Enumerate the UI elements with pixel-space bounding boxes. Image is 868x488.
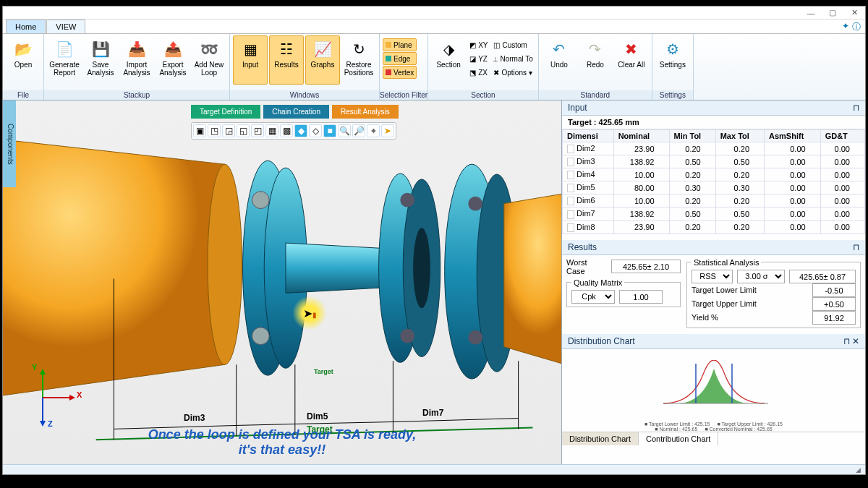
minimize-button[interactable]: —: [800, 9, 822, 17]
group-settings: Settings: [652, 90, 693, 100]
table-row[interactable]: Dim610.000.200.200.000.00: [563, 194, 865, 207]
section-xy[interactable]: ◩XY: [467, 38, 490, 51]
view-btn-2[interactable]: ◳: [208, 124, 221, 137]
table-row[interactable]: Dim823.900.200.200.000.00: [563, 221, 865, 234]
doc-icon: [567, 223, 574, 232]
section-button[interactable]: ⬗Section: [431, 35, 466, 85]
yield-value: 91.92: [812, 311, 856, 325]
input-panel: Input⊓ Target : 425.65 mm DimensiNominal…: [562, 100, 865, 234]
section-options[interactable]: ✖Options ▾: [491, 66, 535, 79]
zoom-fit-icon[interactable]: ⌖: [367, 124, 380, 137]
quality-metric-select[interactable]: Cpk: [571, 290, 615, 304]
sigma-select[interactable]: 3.00 σ: [737, 270, 785, 283]
input-panel-pin-icon[interactable]: ⊓: [853, 103, 859, 113]
view-btn-5[interactable]: ◰: [251, 124, 264, 137]
svg-line-16: [237, 424, 295, 425]
view-btn-1[interactable]: ▣: [193, 124, 206, 137]
import-analysis-button[interactable]: 📥Import Analysis: [119, 35, 154, 85]
maximize-button[interactable]: ▢: [822, 8, 843, 17]
view-btn-10[interactable]: ■: [323, 124, 336, 137]
tab-view[interactable]: VIEW: [46, 20, 85, 33]
resize-grip-icon[interactable]: ◢: [856, 466, 861, 474]
open-button[interactable]: 📂Open: [6, 35, 41, 85]
table-row[interactable]: Dim3138.920.500.500.000.00: [563, 155, 865, 168]
select-cursor-icon[interactable]: ➤: [381, 124, 394, 137]
graph-icon: 📈: [312, 39, 333, 59]
stat-method-select[interactable]: RSS: [692, 270, 733, 283]
svg-marker-29: [40, 421, 46, 427]
group-file: File: [3, 90, 43, 100]
table-row[interactable]: Dim7138.920.500.500.000.00: [563, 207, 865, 221]
stat-value: 425.65± 0.87: [789, 270, 856, 283]
components-sidebar[interactable]: Components: [3, 100, 16, 187]
plane-icon: [386, 42, 391, 48]
step-result-analysis[interactable]: Result Analysis: [332, 105, 399, 119]
app-window: — ▢ ✕ Home VIEW ✦ ⓘ 📂Open File 📄Generate…: [2, 6, 866, 475]
svg-marker-25: [40, 369, 46, 374]
tab-home[interactable]: Home: [6, 20, 46, 33]
clear-icon: ✖: [621, 39, 642, 59]
close-button[interactable]: ✕: [843, 8, 865, 17]
table-row[interactable]: Dim223.900.200.200.000.00: [563, 142, 865, 155]
main-area: Components: [3, 100, 865, 464]
generate-report-button[interactable]: 📄Generate Report: [47, 35, 82, 85]
save-analysis-button[interactable]: 💾Save Analysis: [83, 35, 118, 85]
group-stackup: Stackup: [44, 90, 229, 100]
redo-button[interactable]: ↷Redo: [578, 35, 613, 85]
section-custom[interactable]: ◫Custom: [491, 38, 535, 51]
cpk-value: 1.00: [619, 290, 663, 304]
zoom-out-icon[interactable]: 🔎: [352, 124, 365, 137]
worst-case-value: 425.65± 2.10: [611, 260, 681, 273]
title-bar: — ▢ ✕: [3, 7, 865, 20]
settings-button[interactable]: ⚙Settings: [655, 35, 690, 85]
tab-distribution-chart[interactable]: Distribution Chart: [562, 432, 639, 445]
results-window-button[interactable]: ☷Results: [269, 35, 304, 85]
lower-limit[interactable]: -0.50: [812, 283, 856, 297]
zoom-in-icon[interactable]: 🔍: [338, 124, 351, 137]
graphs-window-button[interactable]: 📈Graphs: [305, 35, 340, 85]
view-btn-3[interactable]: ◲: [222, 124, 235, 137]
export-analysis-button[interactable]: 📤Export Analysis: [156, 35, 190, 85]
add-new-loop-button[interactable]: ➿Add New Loop: [192, 35, 226, 85]
svg-point-11: [400, 329, 414, 343]
xy-icon: ◩: [469, 41, 476, 49]
section-normal[interactable]: ⟂Normal To: [491, 52, 535, 65]
filter-vertex[interactable]: Vertex: [383, 66, 417, 79]
undo-button[interactable]: ↶Undo: [542, 35, 576, 85]
gear-icon: ⚙: [663, 39, 683, 59]
save-pie-icon: 💾: [90, 39, 111, 59]
section-zx[interactable]: ⬔ZX: [467, 66, 490, 79]
view-btn-8[interactable]: ◆: [294, 124, 307, 137]
3d-viewport[interactable]: Components: [3, 100, 561, 464]
table-row[interactable]: Dim410.000.200.200.000.00: [563, 168, 865, 181]
section-yz[interactable]: ◪YZ: [467, 52, 490, 65]
bell-curve-chart: [562, 349, 865, 421]
upper-limit[interactable]: +0.50: [812, 297, 856, 311]
dist-chart-pin-icon[interactable]: ⊓ ✕: [843, 336, 859, 346]
results-panel-title: Results: [568, 242, 597, 252]
dim5-label: Dim5: [307, 411, 328, 421]
results-panel-pin-icon[interactable]: ⊓: [853, 242, 859, 252]
puzzle-icon[interactable]: ✦: [842, 21, 849, 33]
view-btn-6[interactable]: ▦: [265, 124, 278, 137]
view-btn-4[interactable]: ◱: [237, 124, 250, 137]
tab-contribution-chart[interactable]: Contribution Chart: [639, 432, 718, 445]
table-row[interactable]: Dim580.000.300.300.000.00: [563, 181, 865, 194]
target-small-label: Target: [314, 368, 333, 375]
results-icon: ☷: [276, 39, 297, 59]
step-chain-creation[interactable]: Chain Creation: [263, 105, 329, 119]
chart-legend-2: ■ Nominal : 425.65■ Converted Nominal : …: [562, 427, 865, 432]
filter-plane[interactable]: Plane: [383, 38, 417, 51]
loop-icon: ➿: [199, 39, 219, 59]
view-btn-9[interactable]: ◇: [309, 124, 322, 137]
restore-positions-button[interactable]: ↻Restore Positions: [341, 35, 376, 85]
view-btn-7[interactable]: ▩: [280, 124, 293, 137]
input-window-button[interactable]: ▦Input: [233, 35, 268, 85]
chart-tabs: Distribution Chart Contribution Chart: [562, 432, 865, 445]
undo-icon: ↶: [549, 39, 569, 59]
help-icon[interactable]: ⓘ: [852, 21, 861, 33]
cursor-icon: ➤▮: [303, 307, 317, 320]
filter-edge[interactable]: Edge: [383, 52, 417, 65]
clear-all-button[interactable]: ✖Clear All: [614, 35, 649, 85]
step-target-definition[interactable]: Target Definition: [191, 105, 260, 119]
